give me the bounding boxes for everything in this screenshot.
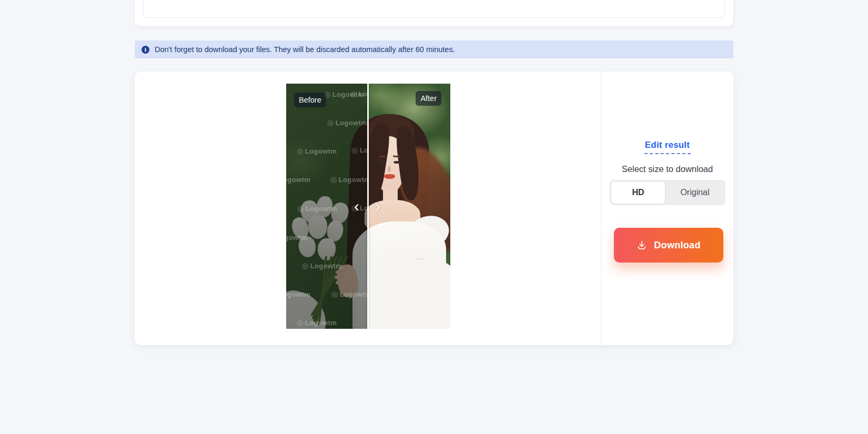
watermark: ◎Logowtm [351,146,368,154]
before-after-photo[interactable]: ◎Logowtm◎Logowtm◎Logowtm◎Logowtm◎Logowtm… [286,84,450,329]
watermark: ◎Logowtm [297,147,337,155]
download-button-label: Download [654,240,700,251]
edit-result-link[interactable]: Edit result [645,140,690,150]
watermark: ◎Logowtm [331,290,368,298]
watermark: ◎Logowtm [297,318,337,327]
chevron-left-icon[interactable]: ‹ [352,196,361,216]
figure-lips [384,174,395,179]
download-icon [637,240,647,250]
figure-eye [379,161,386,164]
before-badge: Before [294,93,326,107]
watermark: ◎Logowtm [286,290,310,298]
download-panel: Edit result Select size to download HD O… [601,72,733,345]
select-size-label: Select size to download [601,164,733,174]
watermark: ◎Logowtm [297,204,337,213]
watermark: ◎Logowtm [330,175,368,184]
edit-result-underline [644,153,691,154]
upload-dropzone[interactable] [143,0,725,18]
size-option-original[interactable]: Original [665,181,724,204]
figure-eye [393,161,400,164]
watermark: ◎Logowtm [302,261,342,270]
compare-slider-line[interactable] [367,84,369,329]
size-option-hd[interactable]: HD [611,181,665,204]
watermark: ◎Logowtm [327,118,367,127]
result-card: ◎Logowtm◎Logowtm◎Logowtm◎Logowtm◎Logowtm… [135,72,733,345]
watermark: ◎Logowtm [286,175,310,184]
figure-dress-skirt [356,255,450,329]
download-button[interactable]: Download [614,228,723,263]
chevron-right-icon[interactable]: › [374,196,382,216]
notice-banner: i Don't forget to download your files. T… [135,41,733,58]
watermark: ◎Logowtm [350,89,368,98]
size-toggle: HD Original [610,180,725,205]
watermark: ◎Logowtm [286,233,307,241]
notice-text: Don't forget to download your files. The… [155,45,455,54]
upload-card [135,0,733,26]
info-icon: i [142,46,149,54]
figure-nose [388,166,391,172]
preview-area: ◎Logowtm◎Logowtm◎Logowtm◎Logowtm◎Logowtm… [135,72,601,345]
after-badge: After [416,91,441,106]
